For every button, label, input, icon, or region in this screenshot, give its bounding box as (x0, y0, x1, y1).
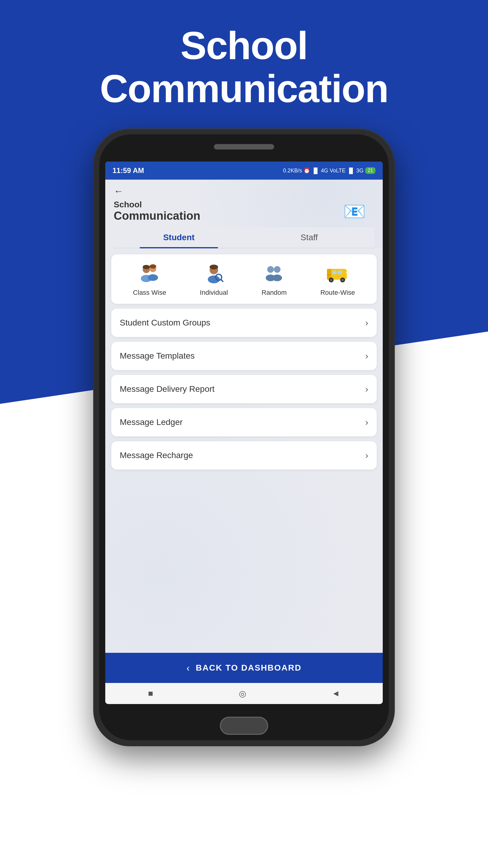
tabs: Student Staff (114, 227, 374, 248)
svg-point-22 (341, 279, 344, 281)
quick-action-individual[interactable]: Individual (200, 261, 228, 297)
header-content: ← School Communication 📧 (114, 186, 374, 222)
android-nav: ■ ◎ ◄ (105, 683, 383, 704)
random-icon (262, 261, 286, 286)
phone-speaker (214, 144, 274, 150)
chevron-icon-3: › (365, 417, 368, 427)
class-wise-label: Class Wise (133, 289, 166, 297)
svg-rect-24 (346, 271, 349, 274)
quick-action-grid: Class Wise (111, 254, 377, 304)
message-templates-label: Message Templates (120, 351, 195, 361)
back-to-dashboard-icon: ‹ (186, 662, 190, 674)
school-label: School (114, 200, 374, 210)
chevron-icon-0: › (365, 318, 368, 328)
svg-point-14 (272, 275, 282, 281)
quick-action-route-wise[interactable]: Route-Wise (320, 261, 355, 297)
nav-circle-button[interactable]: ◎ (239, 689, 246, 699)
svg-point-5 (150, 264, 156, 269)
svg-rect-17 (333, 271, 337, 274)
menu-item-student-custom-groups[interactable]: Student Custom Groups › (111, 309, 377, 337)
phone-wrapper: 11:59 AM 0.2KB/s ⏰ ▐▌ 4G VoLTE ▐▌ 3G 21 … (93, 128, 395, 746)
svg-point-4 (143, 265, 150, 269)
svg-point-8 (210, 265, 218, 270)
message-recharge-label: Message Recharge (120, 451, 193, 460)
message-delivery-report-label: Message Delivery Report (120, 384, 214, 394)
phone-inner: 11:59 AM 0.2KB/s ⏰ ▐▌ 4G VoLTE ▐▌ 3G 21 … (99, 134, 389, 740)
page-title-line2: Communication (100, 67, 388, 111)
individual-label: Individual (200, 289, 228, 297)
envelope-icon: 📧 (343, 201, 366, 222)
svg-point-11 (267, 266, 274, 273)
page-title: School Communication (100, 24, 388, 110)
nav-square-button[interactable]: ■ (148, 689, 153, 698)
phone-home-button[interactable] (220, 717, 268, 735)
svg-point-7 (208, 276, 220, 283)
svg-point-3 (148, 274, 158, 281)
svg-rect-18 (338, 271, 342, 274)
status-bar: 11:59 AM 0.2KB/s ⏰ ▐▌ 4G VoLTE ▐▌ 3G 21 (105, 161, 383, 180)
back-button[interactable]: ← (114, 186, 123, 197)
back-to-dashboard-label: BACK TO DASHBOARD (196, 663, 302, 673)
nav-back-button[interactable]: ◄ (332, 689, 340, 698)
message-ledger-label: Message Ledger (120, 417, 183, 427)
route-wise-label: Route-Wise (320, 289, 355, 297)
svg-rect-23 (327, 274, 331, 276)
status-icons: 0.2KB/s ⏰ ▐▌ 4G VoLTE ▐▌ 3G 21 (283, 167, 375, 174)
quick-action-random[interactable]: Random (261, 261, 287, 297)
route-wise-icon (326, 261, 350, 286)
communication-label: Communication (114, 210, 374, 222)
svg-point-13 (274, 266, 281, 273)
page-title-line1: School (180, 24, 307, 67)
status-time: 11:59 AM (113, 166, 144, 175)
menu-item-message-delivery-report[interactable]: Message Delivery Report › (111, 375, 377, 403)
menu-item-message-recharge[interactable]: Message Recharge › (111, 441, 377, 470)
class-wise-icon (138, 261, 162, 286)
bottom-bar[interactable]: ‹ BACK TO DASHBOARD (105, 653, 383, 683)
svg-point-20 (330, 279, 333, 281)
chevron-icon-1: › (365, 351, 368, 361)
student-custom-groups-label: Student Custom Groups (120, 318, 210, 328)
chevron-icon-4: › (365, 450, 368, 461)
menu-item-message-templates[interactable]: Message Templates › (111, 342, 377, 370)
random-label: Random (261, 289, 287, 297)
app-header: ← School Communication 📧 Student Staff (105, 180, 383, 248)
svg-line-10 (221, 279, 223, 281)
tab-student[interactable]: Student (114, 227, 244, 248)
tab-staff[interactable]: Staff (244, 227, 374, 248)
quick-action-class-wise[interactable]: Class Wise (133, 261, 166, 297)
phone-screen: 11:59 AM 0.2KB/s ⏰ ▐▌ 4G VoLTE ▐▌ 3G 21 … (105, 161, 383, 704)
menu-item-message-ledger[interactable]: Message Ledger › (111, 408, 377, 436)
phone-outer: 11:59 AM 0.2KB/s ⏰ ▐▌ 4G VoLTE ▐▌ 3G 21 … (93, 128, 395, 746)
individual-icon (202, 261, 226, 286)
app-content: Class Wise (105, 248, 383, 653)
chevron-icon-2: › (365, 384, 368, 394)
